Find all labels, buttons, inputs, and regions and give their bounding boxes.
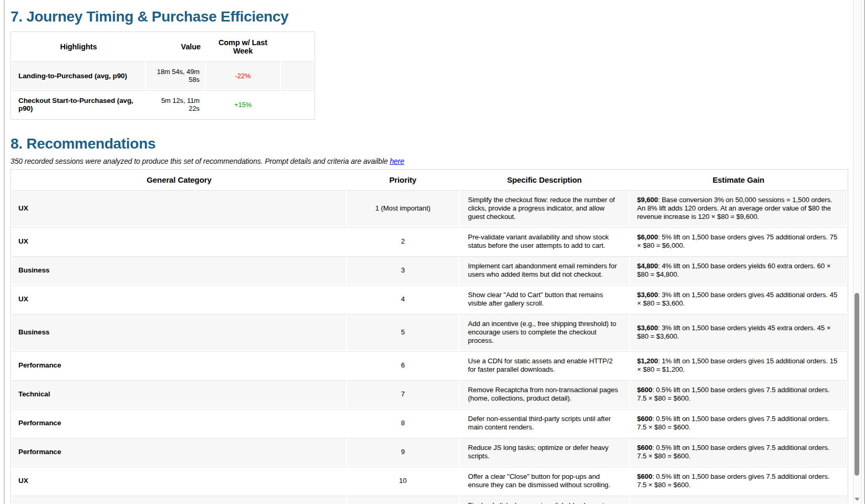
recommendations-table: General Category Priority Specific Descr… [11,170,848,504]
page-left-edge [4,0,5,504]
table-row: Technical 7 Remove Recaptcha from non-tr… [12,380,847,408]
gain-cell: $360: 0.3% lift on 1,500 base orders giv… [630,496,847,504]
description-cell: Remove Recaptcha from non-transactional … [460,380,629,408]
table-row: Business 3 Implement cart abandonment em… [12,256,847,284]
category-cell: UX [12,467,346,495]
gain-detail: : 4% lift on 1,500 base orders yields 60… [637,262,831,278]
column-header-estimate-gain: Estimate Gain [630,171,847,189]
gain-amount: $600 [637,472,652,480]
report-page: { "colors": { "heading_blue": "#226083",… [0,0,865,504]
scrollbar-track[interactable] [853,0,862,504]
description-cell: Fix dead-clicks by ensuring clickable el… [460,496,629,504]
gain-detail: : 1% lift on 1,500 base orders gives 15 … [637,357,837,373]
gain-detail: : 0.5% lift on 1,500 base orders gives 7… [637,386,830,402]
category-cell: Performance [12,438,346,466]
scroll-down-arrow-icon[interactable] [854,498,860,501]
category-cell: UX [12,285,346,313]
gain-amount: $600 [637,415,652,423]
category-cell: Business [12,256,346,284]
table-row: UX 10 Offer a clear "Close" button for p… [12,467,847,495]
highlight-value: 18m 54s, 49m 58s [146,61,205,89]
table-row: UX 4 Show clear "Add to Cart" button tha… [12,285,847,313]
gain-amount: $600 [637,444,652,452]
description-cell: Implement cart abandonment email reminde… [460,256,629,284]
gain-cell: $3,600: 3% lift on 1,500 base orders yie… [630,314,847,350]
section-8-title: 8. Recommendations [11,135,847,152]
gain-cell: $600: 0.5% lift on 1,500 base orders giv… [630,409,847,437]
scrollbar-thumb[interactable] [854,293,859,476]
priority-cell: 3 [347,256,458,284]
column-header-general-category: General Category [12,171,346,189]
highlight-value: 5m 12s, 11m 22s [146,90,205,118]
description-cell: Add an incentive (e.g., free shipping th… [460,314,629,350]
gain-amount: $3,600 [637,324,658,332]
timing-header-row: Highlights Value Comp w/ Last Week [12,33,314,60]
gain-cell: $3,600: 3% lift on 1,500 base orders giv… [630,285,847,313]
category-cell: Business [12,314,346,350]
column-header-highlights: Highlights [12,33,145,60]
recommendations-intro: 350 recorded sessions were analyzed to p… [11,157,847,165]
recs-header-row: General Category Priority Specific Descr… [12,171,847,189]
category-cell: UX [12,190,346,226]
table-row: Performance 9 Reduce JS long tasks; opti… [12,438,847,466]
column-header-spacer [281,33,314,60]
column-header-priority: Priority [347,171,458,189]
priority-cell: 2 [347,227,458,255]
priority-cell: 4 [347,285,458,313]
gain-cell: $9,600: Base conversion 3% on 50,000 ses… [630,190,847,226]
gain-amount: $3,600 [637,291,658,299]
category-cell: Technical [12,496,346,504]
table-row: Business 5 Add an incentive (e.g., free … [12,314,847,350]
priority-cell: 1 (Most important) [347,190,458,226]
priority-cell: 8 [347,409,458,437]
highlight-comp: +15% [206,90,280,118]
timing-table-frame: Highlights Value Comp w/ Last Week Landi… [11,32,315,120]
description-cell: Pre-validate variant availability and sh… [460,227,629,255]
gain-amount: $1,200 [637,357,658,365]
intro-text: 350 recorded sessions were analyzed to p… [11,157,390,165]
timing-table: Highlights Value Comp w/ Last Week Landi… [11,32,315,119]
gain-detail: : 5% lift on 1,500 base orders gives 75 … [637,233,837,249]
description-cell: Show clear "Add to Cart" button that rem… [460,285,629,313]
table-row: Technical 11 Fix dead-clicks by ensuring… [12,496,847,504]
gain-detail: : 0.5% lift on 1,500 base orders gives 7… [637,444,830,460]
highlight-label: Checkout Start-to-Purchased (avg, p90) [12,90,145,118]
here-link[interactable]: here [390,157,404,165]
recommendations-table-frame: General Category Priority Specific Descr… [11,169,848,504]
gain-amount: $6,000 [637,233,658,241]
gain-detail: : Base conversion 3% on 50,000 sessions … [637,196,832,220]
gain-detail: : 3% lift on 1,500 base orders gives 45 … [637,291,837,307]
table-row: UX 2 Pre-validate variant availability a… [12,227,847,255]
table-row: Performance 6 Use a CDN for static asset… [12,351,847,379]
description-cell: Use a CDN for static assets and enable H… [460,351,629,379]
table-row: Performance 8 Defer non-essential third-… [12,409,847,437]
gain-detail: : 3% lift on 1,500 base orders yields 45… [637,324,831,340]
gain-amount: $4,800 [637,262,658,270]
priority-cell: 5 [347,314,458,350]
gain-cell: $600: 0.5% lift on 1,500 base orders giv… [630,467,847,495]
gain-detail: : 0.5% lift on 1,500 base orders gives 7… [637,472,830,489]
gain-cell: $600: 0.5% lift on 1,500 base orders giv… [630,380,847,408]
gain-amount: $600 [637,386,652,394]
priority-cell: 10 [347,467,458,495]
gain-cell: $4,800: 4% lift on 1,500 base orders yie… [630,256,847,284]
gain-detail: : 0.5% lift on 1,500 base orders gives 7… [637,415,830,431]
description-cell: Reduce JS long tasks; optimize or defer … [460,438,629,466]
column-header-value: Value [146,33,205,60]
description-cell: Offer a clear "Close" button for pop-ups… [460,467,629,495]
gain-cell: $600: 0.5% lift on 1,500 base orders giv… [630,438,847,466]
category-cell: Performance [12,351,346,379]
highlight-label: Landing-to-Purchased (avg, p90) [12,61,145,89]
category-cell: Performance [12,409,346,437]
category-cell: Technical [12,380,346,408]
category-cell: UX [12,227,346,255]
report-content: 7. Journey Timing & Purchase Efficiency … [0,0,865,504]
priority-cell: 6 [347,351,458,379]
gain-cell: $1,200: 1% lift on 1,500 base orders giv… [630,351,847,379]
table-row: Landing-to-Purchased (avg, p90) 18m 54s,… [12,61,314,89]
description-cell: Simplify the checkout flow: reduce the n… [460,190,629,226]
description-cell: Defer non-essential third-party scripts … [460,409,629,437]
priority-cell: 9 [347,438,458,466]
column-header-comp: Comp w/ Last Week [206,33,280,60]
gain-cell: $6,000: 5% lift on 1,500 base orders giv… [630,227,847,255]
